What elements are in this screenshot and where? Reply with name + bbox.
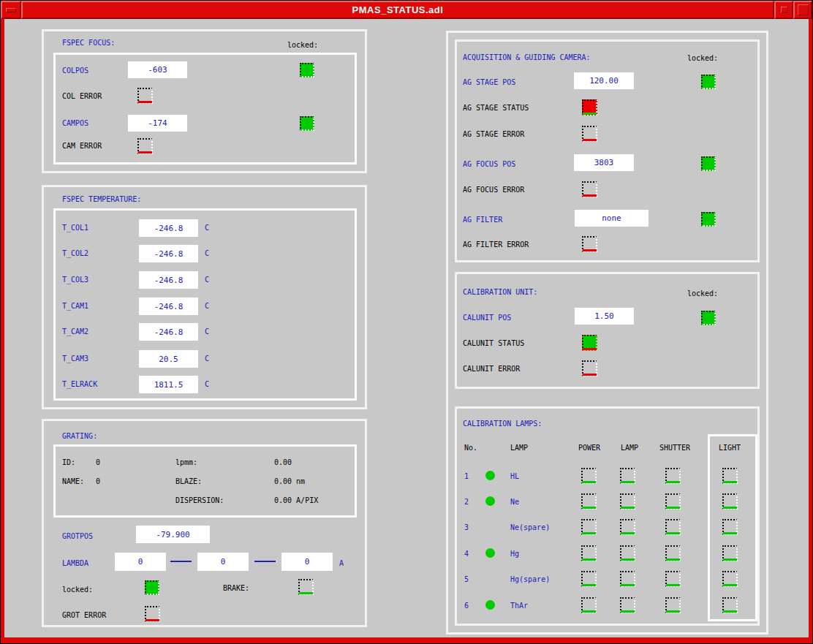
campos-value-field: -174 <box>128 115 187 132</box>
temp-row-unit: C <box>205 355 209 363</box>
temp-row-label: T_CAM2 <box>62 327 88 336</box>
window-menu-button[interactable] <box>1 1 21 19</box>
titlebar-drag-area[interactable]: PMAS_STATUS.adl <box>21 1 774 19</box>
grotpos-value-field: -79.900 <box>136 526 210 543</box>
grating-title: GRATING: <box>62 432 97 440</box>
lamp-on-indicator <box>485 471 495 480</box>
ag-stage-pos-field: 120.00 <box>574 72 634 89</box>
grating-id-value: 0 <box>96 458 100 466</box>
lamp-row-name: Ne <box>510 498 519 506</box>
temp-row-value: -246.8 <box>139 298 198 315</box>
calunit-title: CALIBRATION UNIT: <box>463 288 537 296</box>
lamps-header-power: POWER <box>578 444 600 452</box>
lamps-header-no: No. <box>464 444 477 452</box>
ag-filter-error-label: AG FILTER ERROR <box>463 240 529 249</box>
ag-filter-label: AG FILTER <box>463 216 502 224</box>
pmas-status-window: PMAS_STATUS.adl FSPEC FOCUS: locked: COL… <box>0 0 813 644</box>
lamp-power-indicator <box>581 571 597 587</box>
ag-stage-pos-label: AG STAGE POS <box>463 78 515 86</box>
grot-error-indicator <box>145 606 160 622</box>
lambda-dash <box>254 561 276 562</box>
lamp-light-indicator <box>722 597 738 613</box>
minimize-icon <box>781 7 787 13</box>
lambda-value-field-3: 0 <box>281 553 333 571</box>
lambda-label: LAMBDA <box>62 559 88 567</box>
fspec-temperature-panel: FSPEC TEMPERATURE: T_COL1 -246.8 C T_COL… <box>42 185 367 409</box>
lamp-lamp-indicator <box>620 571 635 587</box>
ag-camera-title: ACQUISITION & GUIDING CAMERA: <box>463 53 591 61</box>
temp-row-unit: C <box>205 276 209 284</box>
lamp-lamp-indicator <box>620 545 635 561</box>
lamps-title: CALIBRATION LAMPS: <box>463 420 542 428</box>
lamp-row-name: HL <box>510 472 519 480</box>
window-minimize-button[interactable] <box>774 1 793 19</box>
temp-row-value: -246.8 <box>139 323 198 341</box>
ag-focus-pos-field: 3803 <box>574 154 634 171</box>
lamp-light-indicator <box>722 571 738 587</box>
window-maximize-button[interactable] <box>793 1 812 19</box>
temp-row-label: T_CAM3 <box>62 355 88 363</box>
grating-lpmm-label: lpmm: <box>175 458 197 466</box>
lamp-light-indicator <box>722 468 738 484</box>
lamps-header-lamp: LAMP <box>510 444 528 452</box>
lamp-shutter-indicator <box>665 468 681 484</box>
col-error-label: COL ERROR <box>62 92 102 100</box>
grating-name-label: NAME: <box>62 477 84 485</box>
lamp-lamp-indicator <box>620 597 635 613</box>
lamp-lamp-indicator <box>620 493 635 509</box>
lamp-light-indicator <box>722 493 738 509</box>
lamp-row-name: ThAr <box>510 602 528 610</box>
calunit-error-label: CALUNIT ERROR <box>463 365 520 373</box>
lamp-row-number: 1 <box>464 472 469 480</box>
temp-row-unit: C <box>205 302 209 310</box>
calunit-pos-field: 1.50 <box>575 308 634 325</box>
col-error-indicator <box>137 88 153 104</box>
ag-stage-status-indicator <box>582 99 597 115</box>
lamp-shutter-indicator <box>665 493 681 509</box>
brake-indicator <box>298 579 314 595</box>
fspec-temperature-title: FSPEC TEMPERATURE: <box>62 195 141 203</box>
calunit-locked-label: locked: <box>687 289 718 298</box>
ag-camera-panel: ACQUISITION & GUIDING CAMERA: locked: AG… <box>455 39 760 262</box>
temp-row-label: T_COL3 <box>62 276 88 284</box>
calunit-status-indicator <box>582 335 597 351</box>
lamp-row-number: 2 <box>464 498 469 506</box>
lamp-shutter-indicator <box>665 545 681 561</box>
window-titlebar[interactable]: PMAS_STATUS.adl <box>1 1 812 19</box>
lamp-shutter-indicator <box>665 571 681 587</box>
temp-row-label: T_COL2 <box>62 249 88 257</box>
temp-row-label: T_CAM1 <box>62 302 88 310</box>
lamp-power-indicator <box>581 493 597 509</box>
lamp-row-name: Hg <box>510 550 519 558</box>
fspec-focus-panel: FSPEC FOCUS: locked: COLPOS -603 COL ERR… <box>42 29 367 173</box>
window-title: PMAS_STATUS.adl <box>352 4 444 15</box>
grating-locked-label: locked: <box>62 586 93 594</box>
lamps-header-light: LIGHT <box>719 444 741 452</box>
lambda-value-field-1: 0 <box>115 553 166 571</box>
calunit-error-indicator <box>582 360 597 376</box>
calibration-unit-panel: CALIBRATION UNIT: locked: CALUNIT POS 1.… <box>455 272 760 389</box>
grating-dispersion-value: 0.00 A/PIX <box>274 496 318 504</box>
grating-blaze-label: BLAZE: <box>175 477 202 485</box>
lamp-light-indicator <box>722 545 738 561</box>
lamp-row-name: Hg(spare) <box>510 575 550 583</box>
lamp-lamp-indicator <box>620 519 635 535</box>
temp-row-label: T_COL1 <box>62 224 88 232</box>
lamp-shutter-indicator <box>665 519 681 535</box>
lamp-row-number: 3 <box>464 523 469 531</box>
campos-locked-indicator <box>300 116 314 131</box>
lamp-shutter-indicator <box>665 597 681 613</box>
temp-row-value: -246.8 <box>139 271 198 289</box>
cam-error-indicator <box>137 138 153 154</box>
lamp-row-number: 5 <box>464 575 469 583</box>
ag-locked-label: locked: <box>687 54 718 62</box>
fspec-focus-title: FSPEC FOCUS: <box>62 39 115 47</box>
temp-row-value: 20.5 <box>139 350 198 368</box>
calibration-lamps-panel: CALIBRATION LAMPS: No. LAMP POWER LAMP S… <box>455 406 760 626</box>
temp-row-unit: C <box>205 224 209 232</box>
ag-filter-field: none <box>575 210 648 227</box>
temp-row-unit: C <box>205 249 209 257</box>
lamps-header-lamp2: LAMP <box>621 444 638 452</box>
lamp-lamp-indicator <box>620 468 635 484</box>
lamp-power-indicator <box>581 468 597 484</box>
